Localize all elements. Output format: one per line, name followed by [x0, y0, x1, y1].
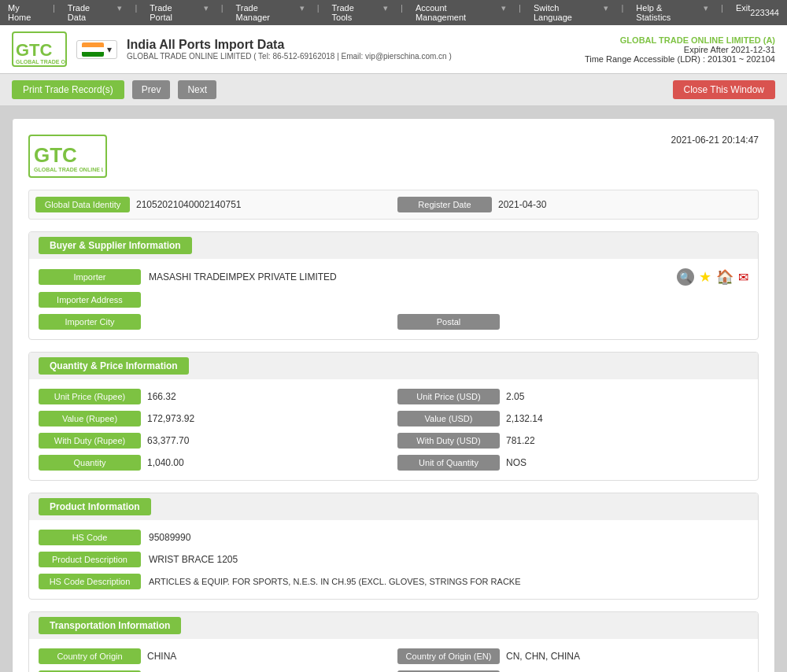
identity-section: Global Data Identity 2105202104000214075… — [28, 190, 759, 220]
nav-account-mgmt[interactable]: Account Management — [416, 3, 489, 22]
buyer-supplier-body: Importer MASASHI TRADEIMPEX PRIVATE LIMI… — [29, 259, 758, 339]
home-icon[interactable]: 🏠 — [716, 268, 733, 286]
product-header: Product Information — [29, 493, 758, 520]
search-icon[interactable]: 🔍 — [677, 268, 694, 286]
product-title: Product Information — [39, 498, 151, 515]
importer-value: MASASHI TRADEIMPEX PRIVATE LIMITED — [149, 271, 661, 282]
product-body: HS Code 95089990 Product Description WRI… — [29, 520, 758, 599]
record-header: GTC GLOBAL TRADE ONLINE LIMITED 2021-06-… — [28, 135, 759, 178]
unit-price-rupee-value: 166.32 — [147, 391, 390, 402]
with-duty-row: With Duty (Rupee) 63,377.70 With Duty (U… — [39, 433, 748, 449]
value-usd-value: 2,132.14 — [506, 413, 748, 424]
flag-arrow: ▾ — [107, 44, 112, 55]
with-duty-usd-value: 781.22 — [506, 435, 748, 446]
hs-code-desc-label: HS Code Description — [39, 574, 141, 589]
buyer-supplier-section: Buyer & Supplier Information Importer MA… — [28, 231, 759, 340]
nav-trade-tools[interactable]: Trade Tools — [332, 3, 371, 22]
hs-code-desc-row: HS Code Description ARTICLES & EQUIP. FO… — [39, 574, 748, 589]
postal-col: Postal — [397, 314, 748, 330]
record-logo: GTC GLOBAL TRADE ONLINE LIMITED — [28, 135, 107, 178]
product-section: Product Information HS Code 95089990 Pro… — [28, 493, 759, 600]
user-id: 223344 — [750, 8, 779, 17]
value-usd-col: Value (USD) 2,132.14 — [397, 411, 748, 426]
svg-text:GTC: GTC — [16, 40, 53, 60]
nav-switch-lang[interactable]: Switch Language — [534, 3, 592, 22]
transportation-body: Country of Origin CHINA Country of Origi… — [29, 639, 758, 672]
unit-price-rupee-label: Unit Price (Rupee) — [39, 389, 141, 404]
logo-image: GTC GLOBAL TRADE ONLINE LIMITED — [12, 31, 67, 67]
nav-my-home[interactable]: My Home — [8, 3, 40, 22]
expire-date: Expire After 2021-12-31 — [585, 45, 775, 54]
page-title: India All Ports Import Data — [127, 38, 452, 52]
quantity-price-header: Quantity & Price Information — [29, 353, 758, 379]
mail-icon[interactable]: ✉ — [738, 270, 748, 285]
product-desc-value: WRIST BRACE 1205 — [149, 554, 748, 565]
importer-row: Importer MASASHI TRADEIMPEX PRIVATE LIMI… — [39, 268, 748, 286]
nav-trade-manager[interactable]: Trade Manager — [236, 3, 287, 22]
prev-button-top[interactable]: Prev — [132, 80, 171, 99]
unit-price-usd-value: 2.05 — [506, 391, 748, 402]
page-subtitle: GLOBAL TRADE ONLINE LIMITED ( Tel: 86-51… — [127, 52, 452, 61]
india-flag — [82, 42, 104, 57]
svg-text:GLOBAL TRADE ONLINE LIMITED: GLOBAL TRADE ONLINE LIMITED — [16, 59, 65, 65]
quantity-price-title: Quantity & Price Information — [39, 357, 189, 375]
hs-code-row: HS Code 95089990 — [39, 530, 748, 545]
value-usd-label: Value (USD) — [397, 411, 500, 426]
importer-city-label: Importer City — [39, 314, 141, 330]
hs-code-label: HS Code — [39, 530, 141, 545]
time-range: Time Range Accessible (LDR) : 201301 ~ 2… — [585, 54, 775, 64]
with-duty-usd-label: With Duty (USD) — [397, 433, 500, 449]
with-duty-rupee-value: 63,377.70 — [147, 435, 390, 446]
buyer-supplier-title: Buyer & Supplier Information — [39, 237, 192, 254]
country-origin-en-col: Country of Origin (EN) CN, CHN, CHINA — [397, 648, 748, 664]
unit-price-row: Unit Price (Rupee) 166.32 Unit Price (US… — [39, 389, 748, 404]
unit-price-usd-col: Unit Price (USD) 2.05 — [397, 389, 748, 404]
nav-items: My Home | Trade Data ▾ | Trade Portal ▾ … — [8, 3, 750, 22]
with-duty-rupee-col: With Duty (Rupee) 63,377.70 — [39, 433, 390, 449]
country-origin-en-label: Country of Origin (EN) — [397, 648, 500, 664]
record-card: GTC GLOBAL TRADE ONLINE LIMITED 2021-06-… — [12, 118, 775, 672]
country-origin-value: CHINA — [147, 651, 390, 662]
transportation-title: Transportation Information — [39, 617, 181, 634]
identity-left: Global Data Identity 2105202104000214075… — [35, 197, 390, 212]
company-name: GLOBAL TRADE ONLINE LIMITED (A) — [585, 35, 775, 45]
with-duty-rupee-label: With Duty (Rupee) — [39, 433, 141, 449]
value-rupee-value: 172,973.92 — [147, 413, 390, 424]
unit-of-quantity-label: Unit of Quantity — [397, 455, 500, 471]
global-data-identity-label: Global Data Identity — [35, 197, 130, 212]
nav-exit[interactable]: Exit — [736, 3, 750, 22]
nav-trade-data[interactable]: Trade Data — [68, 3, 105, 22]
svg-text:GLOBAL TRADE ONLINE LIMITED: GLOBAL TRADE ONLINE LIMITED — [34, 167, 103, 172]
register-date-label: Register Date — [397, 197, 492, 212]
importer-address-label: Importer Address — [39, 292, 141, 308]
nav-trade-portal[interactable]: Trade Portal — [150, 3, 190, 22]
global-data-identity-value: 21052021040002140751 — [136, 199, 390, 210]
top-nav: My Home | Trade Data ▾ | Trade Portal ▾ … — [0, 0, 787, 25]
quantity-label: Quantity — [39, 455, 141, 471]
close-button-top[interactable]: Close This Window — [673, 80, 775, 99]
buyer-supplier-header: Buyer & Supplier Information — [29, 232, 758, 259]
nav-help[interactable]: Help & Statistics — [636, 3, 691, 22]
flag-selector[interactable]: ▾ — [76, 40, 117, 59]
transportation-section: Transportation Information Country of Or… — [28, 611, 759, 672]
identity-right: Register Date 2021-04-30 — [397, 197, 752, 212]
quantity-price-section: Quantity & Price Information Unit Price … — [28, 352, 759, 481]
next-button-top[interactable]: Next — [178, 80, 216, 99]
country-origin-en-value: CN, CHN, CHINA — [506, 651, 748, 662]
record-datetime: 2021-06-21 20:14:47 — [671, 135, 759, 146]
main-content: GTC GLOBAL TRADE ONLINE LIMITED 2021-06-… — [0, 106, 787, 672]
value-rupee-col: Value (Rupee) 172,973.92 — [39, 411, 390, 426]
quantity-value: 1,040.00 — [147, 457, 390, 468]
country-origin-label: Country of Origin — [39, 648, 141, 664]
quantity-col: Quantity 1,040.00 — [39, 455, 390, 471]
country-origin-col: Country of Origin CHINA — [39, 648, 390, 664]
unit-of-quantity-col: Unit of Quantity NOS — [397, 455, 748, 471]
importer-city-postal-row: Importer City Postal — [39, 314, 748, 330]
importer-city-col: Importer City — [39, 314, 390, 330]
svg-text:GTC: GTC — [34, 143, 77, 167]
importer-address-row: Importer Address — [39, 292, 748, 308]
top-toolbar: Print Trade Record(s) Prev Next Close Th… — [0, 74, 787, 106]
star-icon[interactable]: ★ — [699, 268, 711, 286]
print-button-top[interactable]: Print Trade Record(s) — [12, 80, 124, 99]
register-date-value: 2021-04-30 — [498, 199, 752, 210]
